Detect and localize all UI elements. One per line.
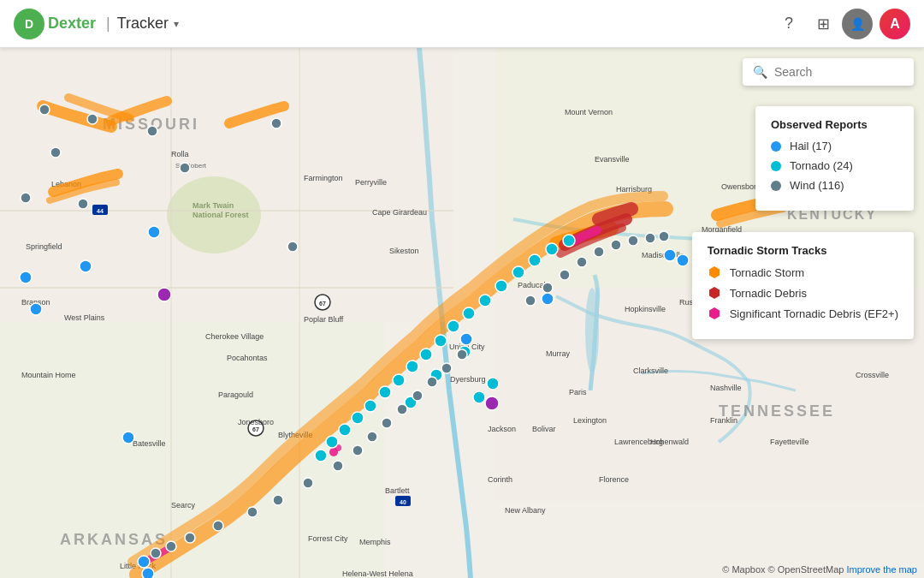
svg-point-94: [315, 450, 327, 462]
svg-text:Paris: Paris: [569, 388, 587, 396]
significant-debris-legend-item: Significant Tornadic Debris (EF2+): [708, 307, 898, 320]
svg-point-113: [473, 391, 485, 403]
svg-text:Fayetteville: Fayetteville: [770, 438, 809, 446]
svg-point-138: [213, 521, 223, 531]
svg-point-127: [441, 363, 452, 373]
svg-point-132: [367, 432, 377, 442]
svg-point-89: [142, 568, 154, 578]
svg-point-99: [379, 386, 391, 398]
improve-map-link[interactable]: Improve the map: [846, 564, 917, 575]
tornadic-debris-legend-item: Tornadic Debris: [708, 286, 898, 300]
wind-dot: [771, 181, 781, 191]
svg-text:Poplar Bluff: Poplar Bluff: [304, 315, 344, 324]
svg-point-129: [412, 390, 423, 401]
map-container: Mark Twain National Forest 44 40: [0, 48, 924, 578]
svg-point-124: [50, 147, 61, 158]
svg-text:Mount Vernon: Mount Vernon: [565, 108, 613, 116]
svg-text:Helena-West Helena: Helena-West Helena: [342, 569, 413, 578]
logo-icon: D: [14, 9, 44, 39]
tornadic-storm-label: Tornadic Storm: [730, 266, 804, 279]
svg-text:Bolivar: Bolivar: [532, 425, 556, 433]
hail-label: Hail (17): [790, 140, 832, 152]
svg-point-85: [30, 303, 42, 315]
svg-point-150: [659, 231, 669, 241]
svg-text:Mountain Home: Mountain Home: [21, 371, 76, 379]
svg-point-120: [39, 104, 50, 115]
svg-point-128: [427, 377, 437, 387]
tornadic-debris-hex: [708, 286, 721, 300]
map-background[interactable]: Mark Twain National Forest 44 40: [0, 48, 924, 578]
svg-point-135: [303, 478, 313, 488]
svg-text:Dyersburg: Dyersburg: [450, 375, 486, 384]
svg-point-148: [628, 235, 638, 246]
svg-point-107: [495, 280, 507, 292]
help-icon: ?: [785, 15, 793, 33]
svg-point-139: [185, 533, 195, 543]
user-avatar[interactable]: 👤: [842, 9, 873, 39]
svg-point-123: [78, 199, 88, 209]
search-box: 🔍: [743, 58, 914, 86]
svg-point-142: [525, 295, 536, 306]
svg-text:Bartlett: Bartlett: [385, 486, 410, 495]
svg-text:Perryville: Perryville: [355, 178, 387, 187]
svg-point-152: [485, 396, 499, 410]
svg-text:Forrest City: Forrest City: [308, 534, 348, 543]
header-divider: |: [106, 15, 110, 33]
svg-text:New Albany: New Albany: [505, 506, 546, 515]
help-button[interactable]: ?: [773, 9, 804, 39]
svg-text:Farmington: Farmington: [304, 174, 343, 182]
svg-point-103: [435, 335, 447, 347]
tornadic-storm-legend-item: Tornadic Storm: [708, 265, 898, 279]
svg-point-130: [397, 404, 407, 414]
svg-text:Cherokee Village: Cherokee Village: [205, 332, 264, 341]
svg-text:40: 40: [400, 499, 406, 505]
svg-point-133: [352, 445, 363, 456]
svg-marker-154: [709, 287, 720, 299]
significant-debris-label: Significant Tornadic Debris (EF2+): [730, 307, 898, 320]
svg-point-143: [542, 283, 553, 293]
tornado-label: Tornado (24): [790, 159, 853, 172]
tornado-legend-item: Tornado (24): [771, 159, 898, 172]
svg-point-140: [166, 541, 176, 551]
storm-tracks-legend: Tornadic Storm Tracks Tornadic Storm Tor…: [692, 232, 914, 339]
grid-menu-button[interactable]: ⊞: [808, 9, 838, 39]
svg-marker-155: [709, 307, 720, 319]
app-name: Dexter: [48, 15, 96, 33]
svg-text:44: 44: [97, 208, 104, 214]
wind-label: Wind (116): [790, 179, 844, 192]
svg-point-93: [542, 293, 554, 305]
attribution-text: © Mapbox © OpenStreetMap: [722, 564, 846, 575]
svg-text:Searcy: Searcy: [171, 501, 196, 509]
svg-point-102: [420, 349, 432, 361]
svg-text:Franklin: Franklin: [710, 416, 737, 425]
svg-point-151: [157, 288, 171, 301]
storm-tracks-title: Tornadic Storm Tracks: [708, 244, 898, 257]
svg-point-83: [20, 271, 32, 283]
brand-logo: A: [880, 9, 910, 39]
svg-text:Hohenwald: Hohenwald: [650, 438, 689, 446]
svg-point-110: [546, 243, 558, 255]
svg-point-90: [664, 249, 676, 261]
svg-point-112: [487, 378, 499, 390]
grid-icon: ⊞: [817, 15, 830, 33]
svg-point-84: [80, 260, 92, 272]
svg-point-146: [594, 247, 604, 257]
svg-text:Sikeston: Sikeston: [389, 247, 419, 255]
svg-point-95: [326, 436, 338, 448]
svg-point-104: [447, 320, 459, 332]
svg-text:Nashville: Nashville: [710, 384, 742, 392]
svg-point-134: [333, 461, 343, 471]
svg-point-91: [677, 254, 689, 266]
svg-point-147: [611, 240, 621, 250]
svg-point-101: [406, 361, 418, 372]
search-input[interactable]: [774, 65, 903, 79]
svg-point-100: [393, 374, 405, 386]
svg-text:Clarksville: Clarksville: [633, 366, 668, 375]
tornadic-storm-hex: [708, 265, 721, 279]
tracker-dropdown-icon[interactable]: ▾: [174, 18, 179, 30]
svg-point-145: [577, 257, 587, 267]
svg-text:Cape Girardeau: Cape Girardeau: [372, 208, 427, 217]
svg-text:67: 67: [252, 426, 259, 432]
svg-text:Lexington: Lexington: [573, 416, 607, 425]
wind-legend-item: Wind (116): [771, 179, 898, 192]
